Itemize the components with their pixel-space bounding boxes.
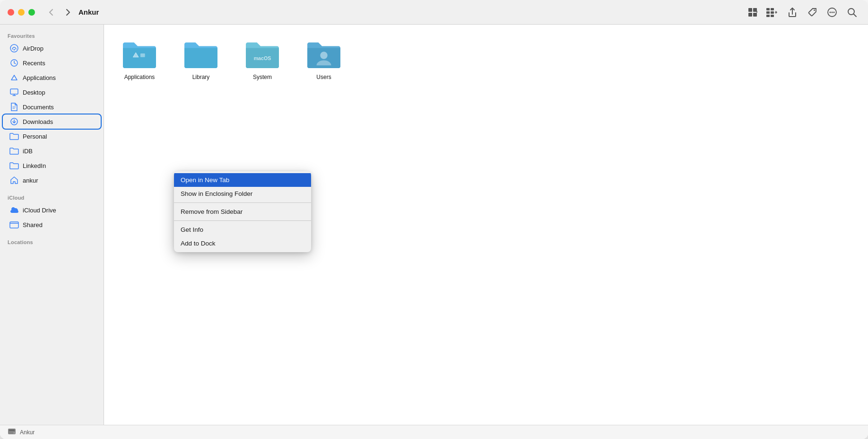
applications-label: Applications	[124, 74, 155, 80]
sidebar-item-applications[interactable]: Applications	[3, 70, 101, 85]
idb-folder-icon	[9, 146, 19, 156]
sidebar-item-airdrop[interactable]: AirDrop	[3, 41, 101, 55]
context-menu-remove-sidebar[interactable]: Remove from Sidebar	[174, 205, 311, 219]
status-label: Ankur	[20, 429, 35, 436]
svg-rect-5	[771, 8, 774, 10]
sidebar-item-recents[interactable]: Recents	[3, 56, 101, 70]
users-folder-icon	[305, 39, 343, 70]
close-button[interactable]	[8, 9, 14, 16]
svg-rect-6	[766, 11, 770, 14]
sidebar-label-airdrop: AirDrop	[23, 45, 43, 52]
remove-sidebar-label: Remove from Sidebar	[181, 208, 243, 215]
sidebar-item-desktop[interactable]: Desktop	[3, 85, 101, 99]
context-menu-get-info[interactable]: Get Info	[174, 223, 311, 237]
file-grid: Applications Library	[118, 39, 854, 80]
sidebar-item-documents[interactable]: Documents	[3, 100, 101, 114]
applications-icon	[9, 73, 19, 82]
status-disk-icon	[8, 428, 16, 436]
icon-view-button[interactable]	[744, 4, 761, 21]
svg-point-10	[814, 9, 815, 11]
maximize-button[interactable]	[28, 9, 35, 16]
window-title: Ankur	[78, 8, 99, 16]
titlebar: Ankur	[0, 0, 868, 25]
show-enclosing-label: Show in Enclosing Folder	[181, 190, 252, 197]
sidebar-label-icloud-drive: iCloud Drive	[23, 207, 56, 214]
sidebar-label-downloads: Downloads	[23, 118, 53, 125]
more-button[interactable]	[824, 4, 841, 21]
library-label: Library	[192, 74, 210, 80]
linkedin-folder-icon	[9, 161, 19, 170]
forward-button[interactable]	[61, 6, 75, 19]
favourites-header: Favourites	[0, 30, 104, 41]
downloads-icon	[9, 117, 19, 126]
svg-rect-19	[10, 89, 18, 94]
svg-rect-2	[748, 13, 752, 17]
sidebar-label-ankur: ankur	[23, 177, 38, 184]
documents-icon	[9, 102, 19, 112]
svg-point-16	[10, 44, 18, 52]
context-menu: Open in New Tab Show in Enclosing Folder…	[174, 171, 311, 252]
context-menu-separator-2	[174, 220, 311, 221]
svg-point-12	[830, 11, 831, 13]
sidebar-item-downloads[interactable]: Downloads	[3, 114, 101, 129]
users-label: Users	[316, 74, 331, 80]
sidebar-label-desktop: Desktop	[23, 89, 45, 96]
context-menu-separator-1	[174, 202, 311, 203]
recents-icon	[9, 58, 19, 68]
context-menu-show-enclosing[interactable]: Show in Enclosing Folder	[174, 187, 311, 201]
sidebar-label-shared: Shared	[23, 221, 43, 228]
sidebar-label-applications: Applications	[23, 74, 56, 81]
airdrop-icon	[9, 44, 19, 53]
applications-folder-icon	[121, 39, 158, 70]
context-menu-add-dock[interactable]: Add to Dock	[174, 237, 311, 250]
svg-point-17	[14, 49, 15, 51]
svg-rect-21	[10, 222, 18, 228]
file-item-library[interactable]: Library	[180, 39, 222, 80]
back-button[interactable]	[44, 6, 58, 19]
toolbar-right	[744, 4, 860, 21]
svg-rect-22	[140, 53, 145, 57]
sidebar-label-personal: Personal	[23, 133, 47, 140]
get-info-label: Get Info	[181, 226, 203, 233]
svg-text:macOS: macOS	[254, 55, 271, 61]
sidebar: Favourites AirDrop	[0, 25, 104, 425]
desktop-icon	[9, 88, 19, 97]
svg-rect-3	[753, 13, 757, 17]
sidebar-item-linkedin[interactable]: LinkedIn	[3, 158, 101, 173]
open-new-tab-label: Open in New Tab	[181, 176, 229, 184]
share-button[interactable]	[784, 4, 801, 21]
svg-rect-1	[753, 8, 757, 12]
sidebar-item-shared[interactable]: Shared	[3, 218, 101, 232]
svg-rect-9	[771, 15, 774, 17]
file-item-applications[interactable]: Applications	[118, 39, 161, 80]
svg-point-27	[14, 432, 15, 434]
add-dock-label: Add to Dock	[181, 240, 216, 247]
minimize-button[interactable]	[18, 9, 25, 16]
svg-point-24	[320, 52, 328, 59]
svg-point-14	[833, 11, 835, 13]
sidebar-label-idb: iDB	[23, 148, 33, 155]
group-view-button[interactable]	[764, 4, 781, 21]
file-item-users[interactable]: Users	[303, 39, 345, 80]
sidebar-label-documents: Documents	[23, 104, 54, 111]
system-folder-icon: macOS	[243, 39, 281, 70]
icloud-header: iCloud	[0, 192, 104, 202]
svg-rect-4	[766, 8, 770, 10]
svg-rect-8	[766, 15, 770, 17]
shared-icon	[9, 220, 19, 229]
context-menu-open-new-tab[interactable]: Open in New Tab	[174, 173, 311, 187]
tag-button[interactable]	[804, 4, 821, 21]
sidebar-item-idb[interactable]: iDB	[3, 144, 101, 158]
library-folder-icon	[182, 39, 220, 70]
finder-window: Ankur	[0, 0, 868, 439]
window-controls	[8, 9, 35, 16]
locations-header: Locations	[0, 237, 104, 247]
svg-rect-26	[9, 430, 15, 431]
sidebar-item-ankur[interactable]: ankur	[3, 173, 101, 187]
navigation-controls	[44, 6, 75, 19]
sidebar-item-personal[interactable]: Personal	[3, 129, 101, 143]
file-item-system[interactable]: macOS System	[241, 39, 284, 80]
search-button[interactable]	[843, 4, 860, 21]
sidebar-item-icloud-drive[interactable]: iCloud Drive	[3, 203, 101, 217]
svg-point-13	[832, 11, 833, 13]
